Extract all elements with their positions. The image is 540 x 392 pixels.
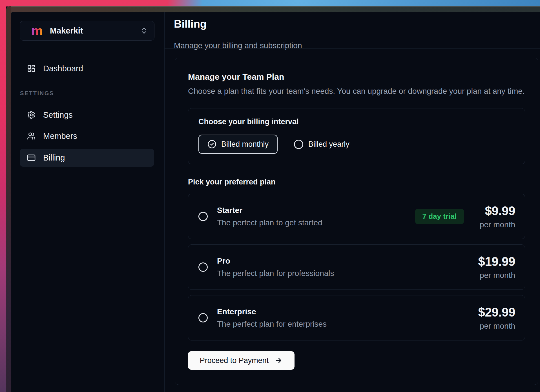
screenshot-canvas: m Makerkit Dashboard SETTINGS [0,0,540,392]
sidebar-section-heading: SETTINGS [20,90,54,97]
plan-period: per month [478,271,515,280]
plan-price: $9.99 [480,204,515,218]
main-content: Billing Manage your billing and subscrip… [165,12,540,392]
dashboard-icon [27,64,36,73]
trial-badge: 7 day trial [415,209,464,224]
plan-description: The perfect plan for enterprises [217,320,327,329]
page-subtitle: Manage your billing and subscription [174,41,302,50]
price-block: $29.99 per month [478,305,515,331]
plan-row-pro[interactable]: Pro The perfect plan for professionals $… [188,244,525,290]
arrow-right-icon [274,356,283,365]
billing-interval-box: Choose your billing interval Billed mont… [188,108,525,164]
header-divider [165,48,540,49]
app-content: m Makerkit Dashboard SETTINGS [11,12,540,392]
chevron-up-down-icon [140,27,148,35]
card-title: Manage your Team Plan [188,72,525,82]
makerkit-logo: m [31,26,43,36]
radio-unselected-icon [294,140,303,149]
plan-description: The perfect plan for professionals [217,269,334,278]
plan-description: The perfect plan to get started [217,218,322,227]
plan-name: Pro [217,257,334,266]
plan-row-starter[interactable]: Starter The perfect plan to get started … [188,194,525,239]
billing-interval-label: Choose your billing interval [198,117,515,126]
plan-name: Starter [217,206,322,215]
plan-period: per month [480,220,515,229]
plan-right: $29.99 per month [478,305,515,331]
plan-price: $29.99 [478,305,515,319]
option-label: Billed monthly [221,140,269,149]
sidebar-item-settings[interactable]: Settings [20,106,154,124]
plan-text: Starter The perfect plan to get started [217,206,322,227]
billed-monthly-option[interactable]: Billed monthly [198,135,278,154]
plan-name: Enterprise [217,307,327,316]
sidebar-item-dashboard[interactable]: Dashboard [20,59,154,77]
workspace-selector[interactable]: m Makerkit [20,21,154,41]
sidebar-item-members[interactable]: Members [20,127,154,145]
team-plan-card: Manage your Team Plan Choose a plan that… [175,58,538,385]
proceed-to-payment-button[interactable]: Proceed to Payment [188,351,295,370]
plan-period: per month [478,322,515,331]
sidebar-item-label: Dashboard [43,64,83,73]
radio-unselected-icon[interactable] [198,262,208,272]
sidebar: m Makerkit Dashboard SETTINGS [11,12,164,392]
price-block: $19.99 per month [478,255,515,280]
plans-section-label: Pick your preferred plan [188,178,525,186]
price-block: $9.99 per month [480,204,515,229]
users-icon [27,132,36,140]
page-title: Billing [174,18,207,30]
sidebar-item-label: Billing [43,153,65,162]
gear-icon [27,111,36,119]
plan-text: Pro The perfect plan for professionals [217,257,334,278]
plan-price: $19.99 [478,255,515,269]
proceed-to-payment-label: Proceed to Payment [200,356,269,365]
billing-interval-options: Billed monthly Billed yearly [198,135,515,154]
sidebar-item-label: Settings [43,110,73,120]
workspace-name: Makerkit [50,26,83,35]
card-description: Choose a plan that fits your team's need… [188,87,525,96]
check-circle-icon [207,140,216,149]
plan-right: 7 day trial $9.99 per month [415,204,515,229]
sidebar-item-label: Members [43,132,77,141]
app-window: m Makerkit Dashboard SETTINGS [6,6,540,392]
option-label: Billed yearly [308,140,349,149]
desktop-wallpaper-left-edge [0,0,6,392]
radio-unselected-icon[interactable] [198,313,208,322]
billed-yearly-option[interactable]: Billed yearly [294,140,349,149]
radio-unselected-icon[interactable] [198,212,208,221]
plan-text: Enterprise The perfect plan for enterpri… [217,307,327,329]
plan-right: $19.99 per month [478,255,515,280]
credit-card-icon [27,153,36,162]
plan-row-enterprise[interactable]: Enterprise The perfect plan for enterpri… [188,295,525,340]
desktop-wallpaper-top-edge [0,0,540,6]
sidebar-item-billing[interactable]: Billing [20,149,154,167]
